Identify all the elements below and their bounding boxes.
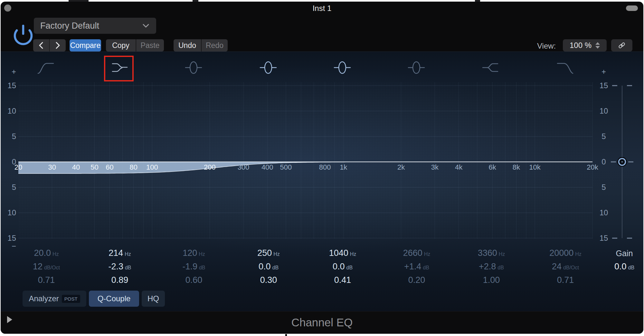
q-couple-label: Q-Couple (98, 294, 131, 303)
band-5-bell-icon[interactable] (333, 60, 351, 75)
band-6-q[interactable]: 0.20 (408, 275, 425, 285)
gain-value[interactable]: 0.0 (614, 262, 627, 272)
band-8-readout[interactable]: 20000Hz 24dB/Oct 0.71 (535, 246, 596, 287)
band-3-gain[interactable]: -1.9 (182, 262, 197, 272)
band-6-frequency[interactable]: 2660 (403, 248, 422, 258)
band-1-slope[interactable]: 12 (33, 262, 43, 272)
band-4-bell-icon[interactable] (259, 60, 277, 75)
band-6-gain[interactable]: +1.4 (404, 262, 421, 272)
band-1-highpass-icon[interactable] (37, 60, 55, 75)
band-6-readout[interactable]: 2660Hz +1.4dB 0.20 (386, 246, 447, 287)
plugin-name: Channel EQ (1, 316, 643, 329)
band-8-q[interactable]: 0.71 (557, 275, 574, 285)
band-7-gain[interactable]: +2.8 (479, 262, 496, 272)
band-1-frequency[interactable]: 20.0 (34, 248, 51, 258)
band-3-bell-icon[interactable] (184, 60, 202, 75)
band-2-frequency[interactable]: 214 (109, 248, 123, 258)
band-1-readout[interactable]: 20.0Hz 12dB/Oct 0.71 (16, 246, 77, 287)
band-7-highshelf-icon[interactable] (482, 60, 500, 75)
band-6-bell-icon[interactable] (407, 60, 425, 75)
band-4-q[interactable]: 0.30 (260, 275, 277, 285)
band-5-q[interactable]: 0.41 (334, 275, 351, 285)
band-7-readout[interactable]: 3360Hz +2.8dB 1.00 (461, 246, 522, 287)
band-7-q[interactable]: 1.00 (483, 275, 500, 285)
band-5-gain[interactable]: 0.0 (333, 262, 345, 272)
band-4-frequency[interactable]: 250 (257, 248, 272, 258)
background-artifact (285, 334, 287, 336)
band-8-frequency[interactable]: 20000 (549, 248, 573, 258)
band-4-gain[interactable]: 0.0 (259, 262, 271, 272)
band-2-readout[interactable]: 214Hz -2.3dB 0.89 (90, 246, 150, 287)
band-2-q[interactable]: 0.89 (111, 275, 128, 285)
analyzer-post-badge[interactable]: POST (62, 295, 80, 303)
band-5-readout[interactable]: 1040Hz 0.0dB 0.41 (312, 246, 373, 287)
plugin-footer: Channel EQ (1, 311, 643, 334)
hq-button[interactable]: HQ (142, 291, 165, 307)
q-couple-button[interactable]: Q-Couple (89, 291, 139, 307)
band-5-frequency[interactable]: 1040 (329, 248, 348, 258)
band-2-gain[interactable]: -2.3 (108, 262, 123, 272)
hq-label: HQ (147, 294, 159, 303)
band-8-slope[interactable]: 24 (552, 262, 562, 272)
gain-label: Gain (600, 249, 643, 258)
analyzer-button[interactable]: Analyzer POST (23, 291, 86, 307)
band-4-readout[interactable]: 250Hz 0.0dB 0.30 (238, 246, 299, 287)
band-3-readout[interactable]: 120Hz -1.9dB 0.60 (164, 246, 224, 287)
band-3-frequency[interactable]: 120 (183, 248, 197, 258)
eq-curve-fill (18, 162, 592, 173)
band-7-frequency[interactable]: 3360 (478, 248, 497, 258)
analyzer-label: Analyzer (29, 294, 59, 303)
plugin-window: Inst 1 Factory Default Compare Copy Past… (1, 2, 643, 334)
band-3-q[interactable]: 0.60 (185, 275, 203, 285)
band-1-q[interactable]: 0.71 (38, 275, 55, 285)
band-2-lowshelf-icon[interactable] (110, 60, 128, 75)
band-8-lowpass-icon[interactable] (556, 60, 574, 75)
gain-readout[interactable]: 0.0 dB (600, 262, 643, 272)
